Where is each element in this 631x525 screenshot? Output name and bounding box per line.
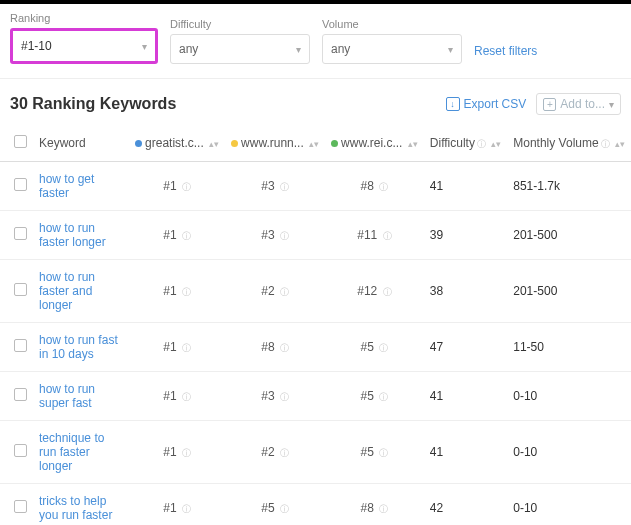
rank-site3: #12 ⓘ	[325, 260, 424, 323]
filter-volume: Volume any ▾	[322, 18, 462, 64]
keyword-link[interactable]: how to run fast in 10 days	[39, 333, 118, 361]
col-keyword[interactable]: Keyword	[33, 125, 129, 162]
info-icon[interactable]: ⓘ	[182, 231, 191, 241]
info-icon[interactable]: ⓘ	[477, 139, 486, 149]
col-volume[interactable]: Monthly Volumeⓘ ▴▾	[507, 125, 631, 162]
difficulty-cell: 41	[424, 162, 507, 211]
keyword-link[interactable]: how to get faster	[39, 172, 94, 200]
info-icon[interactable]: ⓘ	[182, 343, 191, 353]
difficulty-select[interactable]: any ▾	[170, 34, 310, 64]
difficulty-cell: 47	[424, 323, 507, 372]
rank-site3: #8 ⓘ	[325, 484, 424, 526]
col-difficulty[interactable]: Difficultyⓘ ▴▾	[424, 125, 507, 162]
dot-icon	[331, 140, 338, 147]
info-icon[interactable]: ⓘ	[280, 182, 289, 192]
difficulty-value: any	[179, 42, 198, 56]
info-icon[interactable]: ⓘ	[379, 343, 388, 353]
info-icon[interactable]: ⓘ	[383, 287, 392, 297]
table-row: how to get faster#1 ⓘ#3 ⓘ#8 ⓘ41851-1.7k	[0, 162, 631, 211]
volume-cell: 0-10	[507, 372, 631, 421]
sort-icon[interactable]: ▴▾	[408, 142, 418, 147]
row-checkbox[interactable]	[14, 388, 27, 401]
info-icon[interactable]: ⓘ	[280, 287, 289, 297]
info-icon[interactable]: ⓘ	[280, 392, 289, 402]
page-title: 30 Ranking Keywords	[10, 95, 176, 113]
info-icon[interactable]: ⓘ	[379, 182, 388, 192]
row-checkbox[interactable]	[14, 178, 27, 191]
ranking-select[interactable]: #1-10 ▾	[10, 28, 158, 64]
info-icon[interactable]: ⓘ	[601, 139, 610, 149]
rank-site2: #2 ⓘ	[225, 260, 325, 323]
difficulty-cell: 38	[424, 260, 507, 323]
keyword-link[interactable]: how to run faster and longer	[39, 270, 95, 312]
chevron-down-icon: ▾	[448, 44, 453, 55]
sort-icon[interactable]: ▴▾	[491, 142, 501, 147]
info-icon[interactable]: ⓘ	[280, 448, 289, 458]
table-row: how to run faster longer#1 ⓘ#3 ⓘ#11 ⓘ392…	[0, 211, 631, 260]
info-icon[interactable]: ⓘ	[182, 504, 191, 514]
volume-value: any	[331, 42, 350, 56]
row-checkbox[interactable]	[14, 339, 27, 352]
info-icon[interactable]: ⓘ	[379, 504, 388, 514]
volume-select[interactable]: any ▾	[322, 34, 462, 64]
row-checkbox[interactable]	[14, 444, 27, 457]
keyword-link[interactable]: how to run super fast	[39, 382, 95, 410]
info-icon[interactable]: ⓘ	[383, 231, 392, 241]
filter-ranking: Ranking #1-10 ▾	[10, 12, 158, 64]
rank-site3: #11 ⓘ	[325, 211, 424, 260]
sort-icon[interactable]: ▴▾	[309, 142, 319, 147]
rank-site1: #1 ⓘ	[129, 484, 225, 526]
volume-cell: 0-10	[507, 484, 631, 526]
keyword-link[interactable]: how to run faster longer	[39, 221, 106, 249]
filter-bar: Ranking #1-10 ▾ Difficulty any ▾ Volume …	[0, 4, 631, 79]
info-icon[interactable]: ⓘ	[182, 392, 191, 402]
volume-cell: 851-1.7k	[507, 162, 631, 211]
plus-icon: +	[543, 98, 556, 111]
col-site1[interactable]: greatist.c... ▴▾	[129, 125, 225, 162]
info-icon[interactable]: ⓘ	[182, 182, 191, 192]
row-checkbox[interactable]	[14, 283, 27, 296]
keyword-link[interactable]: tricks to help you run faster	[39, 494, 112, 522]
page-header: 30 Ranking Keywords ↓ Export CSV + Add t…	[0, 79, 631, 125]
select-all-checkbox[interactable]	[14, 135, 27, 148]
dot-icon	[231, 140, 238, 147]
info-icon[interactable]: ⓘ	[280, 231, 289, 241]
table-row: how to run fast in 10 days#1 ⓘ#8 ⓘ#5 ⓘ47…	[0, 323, 631, 372]
table-header-row: Keyword greatist.c... ▴▾ www.runn... ▴▾ …	[0, 125, 631, 162]
filter-difficulty: Difficulty any ▾	[170, 18, 310, 64]
sort-icon[interactable]: ▴▾	[615, 142, 625, 147]
filter-ranking-label: Ranking	[10, 12, 158, 24]
rank-site1: #1 ⓘ	[129, 323, 225, 372]
rank-site1: #1 ⓘ	[129, 372, 225, 421]
add-to-button[interactable]: + Add to... ▾	[536, 93, 621, 115]
rank-site3: #8 ⓘ	[325, 162, 424, 211]
rank-site3: #5 ⓘ	[325, 372, 424, 421]
info-icon[interactable]: ⓘ	[379, 448, 388, 458]
add-label: Add to...	[560, 97, 605, 111]
table-row: how to run super fast#1 ⓘ#3 ⓘ#5 ⓘ410-10	[0, 372, 631, 421]
info-icon[interactable]: ⓘ	[182, 448, 191, 458]
rank-site2: #3 ⓘ	[225, 162, 325, 211]
info-icon[interactable]: ⓘ	[280, 343, 289, 353]
volume-cell: 11-50	[507, 323, 631, 372]
sort-icon[interactable]: ▴▾	[209, 142, 219, 147]
ranking-value: #1-10	[21, 39, 52, 53]
export-csv-button[interactable]: ↓ Export CSV	[446, 97, 527, 111]
chevron-down-icon: ▾	[296, 44, 301, 55]
row-checkbox[interactable]	[14, 227, 27, 240]
info-icon[interactable]: ⓘ	[182, 287, 191, 297]
keyword-link[interactable]: technique to run faster longer	[39, 431, 104, 473]
table-row: how to run faster and longer#1 ⓘ#2 ⓘ#12 …	[0, 260, 631, 323]
chevron-down-icon: ▾	[609, 99, 614, 110]
dot-icon	[135, 140, 142, 147]
rank-site1: #1 ⓘ	[129, 260, 225, 323]
rank-site2: #3 ⓘ	[225, 372, 325, 421]
volume-cell: 201-500	[507, 211, 631, 260]
col-site2[interactable]: www.runn... ▴▾	[225, 125, 325, 162]
rank-site3: #5 ⓘ	[325, 421, 424, 484]
info-icon[interactable]: ⓘ	[280, 504, 289, 514]
reset-filters-link[interactable]: Reset filters	[474, 44, 537, 64]
col-site3[interactable]: www.rei.c... ▴▾	[325, 125, 424, 162]
row-checkbox[interactable]	[14, 500, 27, 513]
info-icon[interactable]: ⓘ	[379, 392, 388, 402]
